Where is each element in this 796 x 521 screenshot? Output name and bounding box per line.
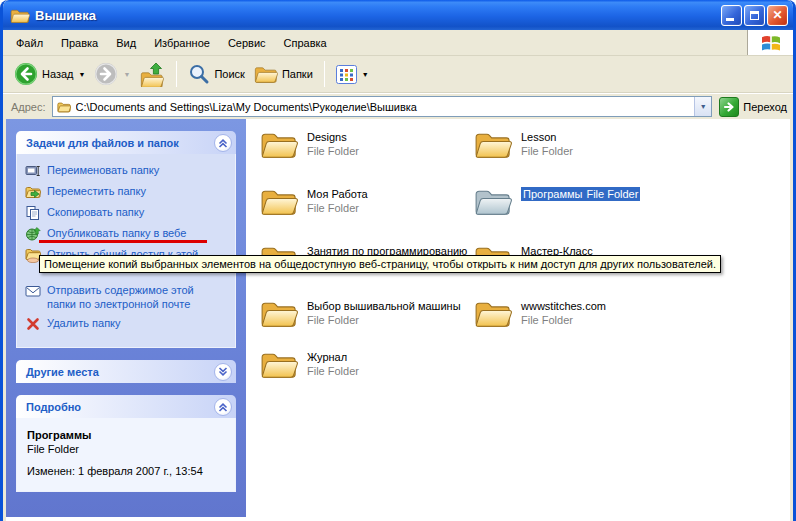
- file-list: DesignsFile Folder LessonFile Folder Моя…: [246, 119, 790, 521]
- search-button[interactable]: Поиск: [185, 61, 247, 87]
- chevron-up-icon: [216, 400, 230, 414]
- details-title: Подробно: [26, 401, 81, 413]
- maximize-icon: [750, 11, 759, 20]
- folder-tile-designs[interactable]: DesignsFile Folder: [260, 128, 470, 160]
- close-button[interactable]: ✕: [767, 5, 788, 26]
- menu-tools[interactable]: Сервис: [219, 34, 275, 52]
- folder-icon: [260, 348, 298, 380]
- menu-favorites[interactable]: Избранное: [145, 34, 219, 52]
- panel-details: Подробно Программы File Folder Изменен: …: [16, 395, 236, 492]
- folder-tile-wwwstitches[interactable]: wwwstitches.comFile Folder: [474, 297, 684, 329]
- search-label: Поиск: [214, 68, 244, 80]
- task-label: Отправить содержимое этой папки по элект…: [47, 283, 221, 311]
- views-icon: [336, 65, 357, 84]
- folder-tile-lesson[interactable]: LessonFile Folder: [474, 128, 684, 160]
- menu-file[interactable]: Файл: [7, 34, 52, 52]
- minimize-icon: [726, 18, 734, 21]
- details-item-name: Программы: [27, 428, 231, 442]
- folder-icon-selected: [474, 185, 512, 217]
- task-rename-folder[interactable]: Переименовать папку: [25, 163, 229, 179]
- panel-other-places: Другие места: [16, 360, 236, 383]
- folders-button[interactable]: Папки: [251, 62, 316, 86]
- details-body: Программы File Folder Изменен: 1 февраля…: [16, 418, 236, 492]
- email-icon: [25, 283, 41, 299]
- expand-button[interactable]: [214, 363, 232, 381]
- views-dropdown-icon[interactable]: ▼: [362, 71, 369, 78]
- task-label: Удалить папку: [47, 316, 121, 330]
- address-bar: Адрес: C:\Documents and Settings\Liza\My…: [3, 93, 793, 119]
- folder-icon: [474, 297, 512, 329]
- back-button[interactable]: Назад ▼: [11, 60, 88, 88]
- folder-type: File Folder: [521, 144, 573, 158]
- go-button[interactable]: Переход: [719, 97, 787, 117]
- windows-flag-icon: [761, 34, 781, 52]
- folders-icon: [254, 64, 278, 84]
- forward-button[interactable]: ▼: [91, 60, 133, 88]
- other-places-title: Другие места: [26, 366, 99, 378]
- address-dropdown-button[interactable]: ▼: [694, 97, 711, 116]
- file-tasks-header[interactable]: Задачи для файлов и папок: [16, 131, 236, 154]
- back-dropdown-icon[interactable]: ▼: [79, 71, 86, 78]
- folder-icon: [260, 185, 298, 217]
- folder-type: File Folder: [307, 201, 368, 215]
- folder-name: Программы: [521, 187, 584, 201]
- forward-dropdown-icon[interactable]: ▼: [123, 71, 130, 78]
- desktop: { "window": { "title": "Вышивка", "contr…: [0, 0, 796, 521]
- folder-type: File Folder: [584, 187, 640, 201]
- delete-icon: [25, 316, 41, 332]
- task-label: Переименовать папку: [47, 163, 159, 177]
- window-controls: ✕: [721, 5, 788, 26]
- file-tasks-title: Задачи для файлов и папок: [26, 137, 179, 149]
- folder-tile-zhurnal[interactable]: ЖурналFile Folder: [260, 348, 470, 380]
- task-email-folder[interactable]: Отправить содержимое этой папки по элект…: [25, 283, 229, 311]
- crop-strip: [6, 517, 249, 521]
- move-folder-icon: [25, 184, 41, 200]
- window-title: Вышивка: [35, 8, 721, 23]
- explorer-window: Вышивка ✕ Файл Правка Вид Избранное Серв…: [0, 0, 796, 521]
- collapse-button[interactable]: [214, 134, 232, 152]
- folder-tile-vybor-mashiny[interactable]: Выбор вышивальной машиныFile Folder: [260, 297, 470, 329]
- back-label: Назад: [42, 68, 74, 80]
- folders-label: Папки: [282, 68, 313, 80]
- file-tasks-body: Переименовать папку Переместить папку Ск…: [16, 154, 236, 348]
- task-label: Скопировать папку: [47, 205, 144, 219]
- folder-tile-programmy-selected[interactable]: ПрограммыFile Folder: [474, 185, 684, 217]
- folder-icon: [260, 128, 298, 160]
- title-bar: Вышивка ✕: [3, 0, 793, 30]
- up-button[interactable]: [136, 60, 168, 89]
- toolbar-separator: [176, 61, 177, 87]
- other-places-header[interactable]: Другие места: [16, 360, 236, 383]
- menu-view[interactable]: Вид: [107, 34, 145, 52]
- copy-folder-icon: [25, 205, 41, 221]
- search-icon: [188, 63, 210, 85]
- menu-edit[interactable]: Правка: [52, 34, 107, 52]
- menu-items: Файл Правка Вид Избранное Сервис Справка: [3, 30, 747, 55]
- folder-name: wwwstitches.com: [521, 299, 606, 313]
- folder-tile-moya-rabota[interactable]: Моя РаботаFile Folder: [260, 185, 470, 217]
- forward-icon: [94, 62, 118, 86]
- task-copy-folder[interactable]: Скопировать папку: [25, 205, 229, 221]
- content-area: Задачи для файлов и папок Переименовать …: [6, 119, 790, 521]
- back-icon: [14, 62, 38, 86]
- toolbar-separator: [324, 61, 325, 87]
- task-delete-folder[interactable]: Удалить папку: [25, 316, 229, 332]
- menu-help[interactable]: Справка: [275, 34, 336, 52]
- toolbar: Назад ▼ ▼ Поиск Пап: [3, 56, 793, 93]
- address-label: Адрес:: [11, 101, 46, 113]
- details-header[interactable]: Подробно: [16, 395, 236, 418]
- panel-file-tasks: Задачи для файлов и папок Переименовать …: [16, 131, 236, 348]
- address-input[interactable]: C:\Documents and Settings\Liza\My Docume…: [52, 96, 713, 117]
- task-publish-folder-web[interactable]: Опубликовать папку в вебе: [25, 226, 229, 242]
- details-item-type: File Folder: [27, 442, 231, 456]
- go-arrow-icon: [719, 97, 739, 117]
- collapse-button[interactable]: [214, 398, 232, 416]
- maximize-button[interactable]: [744, 5, 765, 26]
- folder-icon: [474, 128, 512, 160]
- folder-name: Моя Работа: [307, 187, 368, 201]
- folder-name: Designs: [307, 130, 359, 144]
- windows-logo: [747, 30, 793, 55]
- go-label: Переход: [743, 101, 787, 113]
- minimize-button[interactable]: [721, 5, 742, 26]
- task-move-folder[interactable]: Переместить папку: [25, 184, 229, 200]
- views-button[interactable]: ▼: [333, 63, 372, 86]
